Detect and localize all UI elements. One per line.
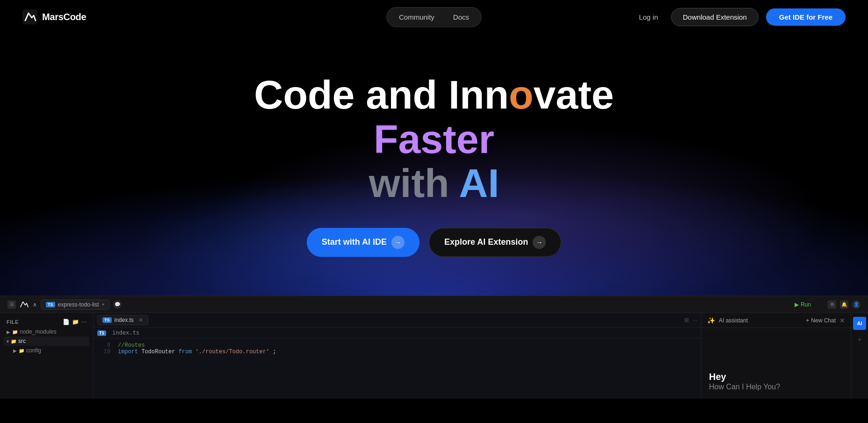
nav-login[interactable]: Log in <box>633 9 664 25</box>
tree-label-src: src <box>18 338 26 344</box>
code-line-10: 10 import TodoRouter from './routes/Todo… <box>101 349 694 355</box>
ide-right-icons: AI + <box>851 313 868 399</box>
ide-project-name: express-todo-list <box>58 301 99 308</box>
explore-arrow-icon: → <box>533 236 546 249</box>
new-folder-icon[interactable]: 📁 <box>72 319 80 325</box>
explore-ai-extension-button[interactable]: Explore AI Extension → <box>429 228 561 257</box>
ide-sidebar: File 📄 📁 ··· ▶ 📁 node_modules ▾ 📁 src <box>0 313 94 399</box>
project-dropdown-icon: ▾ <box>102 302 104 307</box>
tree-label-node-modules: node_modules <box>20 328 57 335</box>
tree-label-config: config <box>26 347 41 354</box>
ide-ai-panel: ✨ AI assistant + New Chat ✕ Hey How Can … <box>701 313 851 399</box>
ai-greeting: Hey <box>709 371 843 383</box>
ide-project-tab[interactable]: TS express-todo-list ▾ <box>41 299 109 310</box>
ide-menu-icon[interactable]: ☰ <box>7 300 16 309</box>
more-editor-icon[interactable]: ··· <box>693 317 697 323</box>
tab-close-icon[interactable]: ✕ <box>138 317 143 323</box>
add-right-icon[interactable]: + <box>853 333 866 346</box>
start-with-ai-ide-button[interactable]: Start with AI IDE → <box>307 228 420 257</box>
keyword-import: import <box>118 349 138 355</box>
notification-icon[interactable]: 🔔 <box>840 300 848 309</box>
new-chat-button[interactable]: + New Chat <box>806 317 836 324</box>
ide-sidebar-header: File 📄 📁 ··· <box>4 317 89 327</box>
svg-rect-0 <box>22 9 37 24</box>
file-header-label: File <box>7 319 19 325</box>
run-label: Run <box>801 301 811 308</box>
code-text-import: TodoRouter <box>141 349 178 355</box>
hero-title: Code and Innovate Faster with AI <box>200 73 668 205</box>
ide-titlebar-actions: ⚙ 🔔 👤 <box>828 300 861 309</box>
ide-ai-body: Hey How Can I Help You? <box>702 328 851 399</box>
logo[interactable]: MarsCode <box>22 9 86 24</box>
code-line-9: 9 //Routes <box>101 342 694 349</box>
breadcrumb-filename: index.ts <box>112 329 139 336</box>
folder-icon-nm: 📁 <box>12 329 18 335</box>
start-arrow-icon: → <box>391 236 405 249</box>
ide-logo-small <box>20 300 29 309</box>
ide-logo-label: ∧ <box>33 301 37 308</box>
ai-sparkle-icon: ✨ <box>707 317 715 324</box>
explore-button-label: Explore AI Extension <box>444 237 528 247</box>
ai-panel-close-icon[interactable]: ✕ <box>839 317 845 324</box>
start-button-label: Start with AI IDE <box>322 237 387 247</box>
get-ide-button[interactable]: Get IDE for Free <box>766 8 846 26</box>
logo-icon <box>22 9 37 24</box>
hero-buttons: Start with AI IDE → Explore AI Extension… <box>307 228 562 257</box>
ai-panel-title: AI assistant <box>719 317 748 324</box>
ide-titlebar-left: ☰ ∧ TS express-todo-list ▾ 💬 <box>7 299 122 310</box>
ide-window: ☰ ∧ TS express-todo-list ▾ 💬 ▶ Run ⚙ 🔔 <box>0 296 868 399</box>
ide-editor-tabs: TS index.ts ✕ ⊞ ··· <box>94 313 701 328</box>
code-comment-routes: //Routes <box>118 342 145 349</box>
line-number-9: 9 <box>101 342 110 349</box>
logo-text: MarsCode <box>42 12 86 22</box>
settings-icon[interactable]: ⚙ <box>828 300 836 309</box>
tab-ts-badge: TS <box>102 317 112 323</box>
run-icon: ▶ <box>795 301 799 308</box>
tree-item-src[interactable]: ▾ 📁 src <box>4 336 89 346</box>
ide-editor-tab-index[interactable]: TS index.ts ✕ <box>97 315 148 325</box>
code-semicolon: ; <box>273 349 276 355</box>
folder-icon-src: 📁 <box>11 339 16 344</box>
ide-body: File 📄 📁 ··· ▶ 📁 node_modules ▾ 📁 src <box>0 313 868 399</box>
new-file-icon[interactable]: 📄 <box>63 319 70 325</box>
ide-sidebar-icons: 📄 📁 ··· <box>63 319 87 325</box>
tree-item-config[interactable]: ▶ 📁 config <box>4 346 89 355</box>
nav-center: Community Docs <box>386 7 482 27</box>
ai-greeting-sub: How Can I Help You? <box>709 383 843 391</box>
line-number-10: 10 <box>101 349 110 355</box>
ts-badge: TS <box>46 302 55 307</box>
code-string-path: './routes/Todo.router' <box>195 349 269 355</box>
new-chat-label: New Chat <box>811 317 836 324</box>
avatar-icon[interactable]: 👤 <box>852 300 861 309</box>
ide-titlebar: ☰ ∧ TS express-todo-list ▾ 💬 ▶ Run ⚙ 🔔 <box>0 296 868 313</box>
nav-right: Log in Download Extension Get IDE for Fr… <box>633 8 846 26</box>
more-icon[interactable]: ··· <box>81 319 87 325</box>
ai-right-icon[interactable]: AI <box>853 317 866 330</box>
split-editor-icon[interactable]: ⊞ <box>684 317 689 323</box>
editor-actions: ⊞ ··· <box>684 317 697 323</box>
editor-breadcrumb: TS index.ts <box>94 328 701 338</box>
src-chevron: ▾ <box>7 339 9 344</box>
ide-editor: TS index.ts ✕ ⊞ ··· TS index.ts 9 <box>94 313 701 399</box>
nav-community[interactable]: Community <box>391 10 443 24</box>
hero-section: Code and Innovate Faster with AI Start w… <box>0 34 868 296</box>
tree-item-node-modules[interactable]: ▶ 📁 node_modules <box>4 327 89 336</box>
breadcrumb-ts-badge: TS <box>97 330 106 336</box>
code-import-line: import TodoRouter from './routes/Todo.ro… <box>118 349 276 355</box>
download-extension-button[interactable]: Download Extension <box>671 8 759 26</box>
ide-editor-content[interactable]: 9 //Routes 10 import TodoRouter from './… <box>94 338 701 359</box>
ide-preview: ☰ ∧ TS express-todo-list ▾ 💬 ▶ Run ⚙ 🔔 <box>0 296 868 399</box>
ide-chat-icon[interactable]: 💬 <box>113 300 122 309</box>
folder-icon-config: 📁 <box>19 348 24 353</box>
keyword-from: from <box>179 349 192 355</box>
ide-run-button[interactable]: ▶ Run <box>795 301 811 308</box>
folder-chevron: ▶ <box>7 329 10 335</box>
tab-filename: index.ts <box>115 317 134 323</box>
ide-ai-header: ✨ AI assistant + New Chat ✕ <box>702 313 851 328</box>
nav-pill: Community Docs <box>386 7 482 27</box>
new-chat-plus-icon: + <box>806 317 809 324</box>
navbar: MarsCode Community Docs Log in Download … <box>0 0 868 34</box>
nav-docs[interactable]: Docs <box>445 10 477 24</box>
config-chevron: ▶ <box>13 348 17 353</box>
